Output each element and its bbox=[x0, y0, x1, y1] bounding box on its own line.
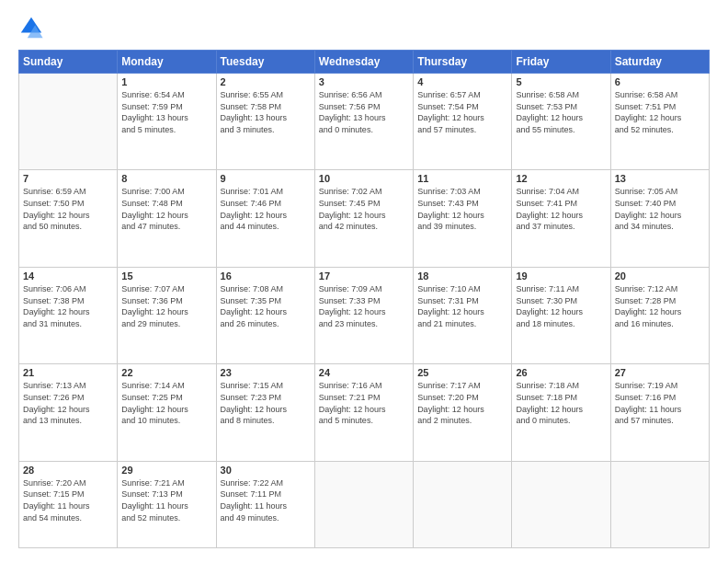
calendar-cell: 27Sunrise: 7:19 AM Sunset: 7:16 PM Dayli… bbox=[610, 364, 709, 461]
day-info: Sunrise: 7:11 AM Sunset: 7:30 PM Dayligh… bbox=[516, 283, 606, 329]
calendar-cell: 28Sunrise: 7:20 AM Sunset: 7:15 PM Dayli… bbox=[19, 461, 118, 547]
day-number: 5 bbox=[516, 76, 606, 87]
day-number: 9 bbox=[221, 173, 311, 184]
svg-marker-0 bbox=[21, 17, 41, 33]
day-number: 24 bbox=[319, 367, 409, 378]
day-info: Sunrise: 7:03 AM Sunset: 7:43 PM Dayligh… bbox=[417, 186, 507, 232]
day-info: Sunrise: 7:00 AM Sunset: 7:48 PM Dayligh… bbox=[121, 186, 211, 232]
day-info: Sunrise: 7:09 AM Sunset: 7:33 PM Dayligh… bbox=[319, 283, 409, 329]
calendar-cell: 9Sunrise: 7:01 AM Sunset: 7:46 PM Daylig… bbox=[216, 170, 314, 267]
day-number: 25 bbox=[417, 367, 507, 378]
calendar-cell: 6Sunrise: 6:58 AM Sunset: 7:51 PM Daylig… bbox=[610, 74, 709, 170]
calendar-cell bbox=[512, 461, 610, 547]
day-number: 28 bbox=[23, 465, 113, 476]
calendar-cell bbox=[19, 74, 118, 170]
day-number: 13 bbox=[615, 173, 705, 184]
calendar-cell: 16Sunrise: 7:08 AM Sunset: 7:35 PM Dayli… bbox=[216, 267, 314, 363]
col-header-friday: Friday bbox=[512, 51, 610, 74]
day-number: 7 bbox=[23, 173, 113, 184]
calendar-cell: 24Sunrise: 7:16 AM Sunset: 7:21 PM Dayli… bbox=[314, 364, 413, 461]
day-info: Sunrise: 7:14 AM Sunset: 7:25 PM Dayligh… bbox=[121, 380, 211, 426]
calendar-cell: 14Sunrise: 7:06 AM Sunset: 7:38 PM Dayli… bbox=[19, 267, 118, 363]
day-number: 22 bbox=[121, 367, 211, 378]
day-number: 19 bbox=[516, 270, 606, 282]
col-header-monday: Monday bbox=[118, 51, 216, 74]
calendar-cell: 12Sunrise: 7:04 AM Sunset: 7:41 PM Dayli… bbox=[512, 170, 610, 267]
calendar-cell: 1Sunrise: 6:54 AM Sunset: 7:59 PM Daylig… bbox=[118, 74, 216, 170]
day-number: 6 bbox=[615, 76, 705, 87]
calendar-cell: 30Sunrise: 7:22 AM Sunset: 7:11 PM Dayli… bbox=[216, 461, 314, 547]
calendar-cell: 23Sunrise: 7:15 AM Sunset: 7:23 PM Dayli… bbox=[216, 364, 314, 461]
calendar-cell bbox=[314, 461, 413, 547]
day-number: 15 bbox=[121, 270, 211, 282]
logo bbox=[18, 15, 48, 40]
day-info: Sunrise: 6:58 AM Sunset: 7:53 PM Dayligh… bbox=[516, 89, 606, 135]
calendar-cell: 3Sunrise: 6:56 AM Sunset: 7:56 PM Daylig… bbox=[314, 74, 413, 170]
day-info: Sunrise: 6:57 AM Sunset: 7:54 PM Dayligh… bbox=[417, 89, 507, 135]
day-info: Sunrise: 7:21 AM Sunset: 7:13 PM Dayligh… bbox=[121, 477, 211, 523]
day-number: 4 bbox=[417, 76, 507, 87]
day-number: 21 bbox=[23, 367, 113, 378]
day-info: Sunrise: 7:19 AM Sunset: 7:16 PM Dayligh… bbox=[615, 380, 705, 426]
day-info: Sunrise: 7:04 AM Sunset: 7:41 PM Dayligh… bbox=[516, 186, 606, 232]
day-number: 17 bbox=[319, 270, 409, 282]
day-number: 11 bbox=[417, 173, 507, 184]
day-info: Sunrise: 7:15 AM Sunset: 7:23 PM Dayligh… bbox=[221, 380, 311, 426]
day-info: Sunrise: 7:05 AM Sunset: 7:40 PM Dayligh… bbox=[615, 186, 705, 232]
calendar-cell: 10Sunrise: 7:02 AM Sunset: 7:45 PM Dayli… bbox=[314, 170, 413, 267]
calendar-cell: 8Sunrise: 7:00 AM Sunset: 7:48 PM Daylig… bbox=[118, 170, 216, 267]
calendar-cell: 11Sunrise: 7:03 AM Sunset: 7:43 PM Dayli… bbox=[414, 170, 512, 267]
calendar-cell bbox=[610, 461, 709, 547]
day-number: 20 bbox=[615, 270, 705, 282]
day-info: Sunrise: 6:55 AM Sunset: 7:58 PM Dayligh… bbox=[221, 89, 311, 135]
day-info: Sunrise: 7:16 AM Sunset: 7:21 PM Dayligh… bbox=[319, 380, 409, 426]
day-info: Sunrise: 7:08 AM Sunset: 7:35 PM Dayligh… bbox=[221, 283, 311, 329]
calendar-cell: 2Sunrise: 6:55 AM Sunset: 7:58 PM Daylig… bbox=[216, 74, 314, 170]
day-number: 26 bbox=[516, 367, 606, 378]
calendar-cell: 21Sunrise: 7:13 AM Sunset: 7:26 PM Dayli… bbox=[19, 364, 118, 461]
day-info: Sunrise: 7:06 AM Sunset: 7:38 PM Dayligh… bbox=[23, 283, 113, 329]
logo-icon bbox=[18, 15, 44, 40]
header bbox=[18, 15, 710, 40]
day-info: Sunrise: 7:22 AM Sunset: 7:11 PM Dayligh… bbox=[221, 477, 311, 523]
day-info: Sunrise: 6:56 AM Sunset: 7:56 PM Dayligh… bbox=[319, 89, 409, 135]
day-info: Sunrise: 7:20 AM Sunset: 7:15 PM Dayligh… bbox=[23, 477, 113, 523]
calendar-table: SundayMondayTuesdayWednesdayThursdayFrid… bbox=[18, 50, 710, 548]
day-info: Sunrise: 6:59 AM Sunset: 7:50 PM Dayligh… bbox=[23, 186, 113, 232]
day-info: Sunrise: 7:02 AM Sunset: 7:45 PM Dayligh… bbox=[319, 186, 409, 232]
day-info: Sunrise: 6:54 AM Sunset: 7:59 PM Dayligh… bbox=[121, 89, 211, 135]
col-header-wednesday: Wednesday bbox=[314, 51, 413, 74]
calendar-cell: 7Sunrise: 6:59 AM Sunset: 7:50 PM Daylig… bbox=[19, 170, 118, 267]
day-number: 16 bbox=[221, 270, 311, 282]
calendar-cell: 18Sunrise: 7:10 AM Sunset: 7:31 PM Dayli… bbox=[414, 267, 512, 363]
day-number: 3 bbox=[319, 76, 409, 87]
day-info: Sunrise: 7:18 AM Sunset: 7:18 PM Dayligh… bbox=[516, 380, 606, 426]
page: SundayMondayTuesdayWednesdayThursdayFrid… bbox=[0, 0, 728, 563]
calendar-cell: 29Sunrise: 7:21 AM Sunset: 7:13 PM Dayli… bbox=[118, 461, 216, 547]
day-number: 10 bbox=[319, 173, 409, 184]
calendar-cell: 4Sunrise: 6:57 AM Sunset: 7:54 PM Daylig… bbox=[414, 74, 512, 170]
day-number: 8 bbox=[121, 173, 211, 184]
day-info: Sunrise: 7:07 AM Sunset: 7:36 PM Dayligh… bbox=[121, 283, 211, 329]
day-info: Sunrise: 6:58 AM Sunset: 7:51 PM Dayligh… bbox=[615, 89, 705, 135]
calendar-cell: 19Sunrise: 7:11 AM Sunset: 7:30 PM Dayli… bbox=[512, 267, 610, 363]
calendar-cell: 20Sunrise: 7:12 AM Sunset: 7:28 PM Dayli… bbox=[610, 267, 709, 363]
calendar-cell: 17Sunrise: 7:09 AM Sunset: 7:33 PM Dayli… bbox=[314, 267, 413, 363]
col-header-saturday: Saturday bbox=[610, 51, 709, 74]
day-info: Sunrise: 7:12 AM Sunset: 7:28 PM Dayligh… bbox=[615, 283, 705, 329]
calendar-cell bbox=[414, 461, 512, 547]
day-info: Sunrise: 7:17 AM Sunset: 7:20 PM Dayligh… bbox=[417, 380, 507, 426]
calendar-cell: 5Sunrise: 6:58 AM Sunset: 7:53 PM Daylig… bbox=[512, 74, 610, 170]
calendar-cell: 13Sunrise: 7:05 AM Sunset: 7:40 PM Dayli… bbox=[610, 170, 709, 267]
day-number: 29 bbox=[121, 465, 211, 476]
calendar-cell: 22Sunrise: 7:14 AM Sunset: 7:25 PM Dayli… bbox=[118, 364, 216, 461]
day-number: 12 bbox=[516, 173, 606, 184]
day-info: Sunrise: 7:10 AM Sunset: 7:31 PM Dayligh… bbox=[417, 283, 507, 329]
day-number: 1 bbox=[121, 76, 211, 87]
day-number: 14 bbox=[23, 270, 113, 282]
calendar-cell: 26Sunrise: 7:18 AM Sunset: 7:18 PM Dayli… bbox=[512, 364, 610, 461]
col-header-tuesday: Tuesday bbox=[216, 51, 314, 74]
day-number: 18 bbox=[417, 270, 507, 282]
col-header-sunday: Sunday bbox=[19, 51, 118, 74]
day-number: 27 bbox=[615, 367, 705, 378]
